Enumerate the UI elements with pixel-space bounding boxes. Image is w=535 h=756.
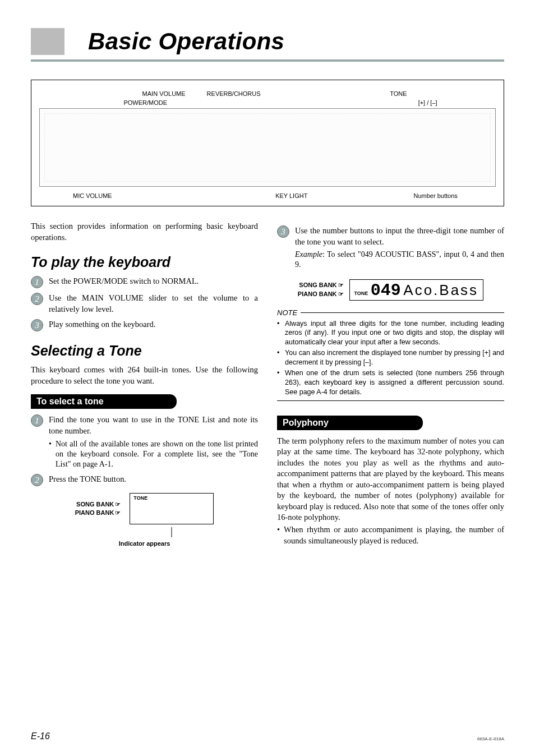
pianobank-text: PIANO BANK — [298, 291, 337, 297]
select-step-3: 3 Use the number buttons to input the th… — [277, 225, 504, 270]
heading-play-keyboard: To play the keyboard — [31, 254, 258, 270]
note-item-2: You can also increment the displayed ton… — [285, 348, 504, 367]
note-item-3: When one of the drum sets is selected (t… — [285, 368, 504, 397]
step-number-icon: 2 — [31, 474, 43, 486]
hand-icon — [337, 291, 344, 297]
select-step-3-text: Use the number buttons to input the thre… — [295, 225, 504, 247]
select-step-3-example: Example: To select "049 ACOUSTIC BASS", … — [295, 250, 504, 270]
note-list: •Always input all three digits for the t… — [277, 319, 504, 397]
page-title: Basic Operations — [88, 28, 284, 55]
bullet-icon: • — [277, 319, 285, 348]
subhead-polyphony: Polyphony — [277, 416, 423, 430]
lcd-digits: 049 — [371, 281, 401, 300]
label-plus-minus: [+] / [–] — [418, 99, 496, 106]
label-number-buttons: Number buttons — [413, 192, 496, 199]
songbank-pianobank-label: SONG BANK PIANO BANK — [298, 281, 344, 298]
lcd-text: Aco.Bass — [403, 282, 478, 298]
bullet-icon: • — [277, 524, 284, 546]
select-step-1: 1 Find the tone you want to use in the T… — [31, 414, 258, 469]
subhead-to-select-tone: To select a tone — [31, 394, 177, 409]
example-text: : To select "049 ACOUSTIC BASS", input 0… — [295, 250, 504, 269]
hand-icon — [114, 501, 121, 508]
keyboard-diagram: MAIN VOLUME REVERB/CHORUS TONE POWER/MOD… — [31, 80, 504, 206]
step-number-icon: 1 — [31, 414, 43, 427]
play-step-1: 1 Set the POWER/MODE switch to NORMAL. — [31, 276, 258, 288]
bullet-icon: • — [277, 348, 285, 367]
indicator-caption: Indicator appears — [31, 540, 258, 547]
pianobank-text: PIANO BANK — [75, 509, 114, 516]
keyboard-illustration — [39, 108, 496, 187]
play-step-3: 3 Play something on the keyboard. — [31, 319, 258, 331]
indicator-arrow — [172, 527, 172, 537]
right-column: 3 Use the number buttons to input the th… — [277, 221, 504, 547]
polyphony-paragraph: The term polyphony refers to the maximum… — [277, 436, 504, 524]
note-rule — [301, 312, 504, 313]
note-item-1: Always input all three digits for the to… — [285, 319, 504, 348]
label-mic-volume: MIC VOLUME — [39, 192, 140, 199]
step-number-icon: 2 — [31, 293, 43, 305]
lcd-big-figure: SONG BANK PIANO BANK TONE 049 Aco.Bass — [277, 279, 504, 301]
songbank-text: SONG BANK — [299, 282, 336, 288]
note-heading: NOTE — [277, 308, 504, 317]
select-step-2: 2 Press the TONE button. — [31, 474, 258, 486]
hand-icon — [114, 509, 121, 516]
footer: E-16 663A-E-018A — [31, 731, 504, 741]
header-tab — [31, 28, 64, 55]
select-step-1-text: Find the tone you want to use in the TON… — [49, 414, 258, 436]
intro-paragraph: This section provides information on per… — [31, 221, 258, 243]
note-close-rule — [277, 400, 504, 401]
label-main-volume: MAIN VOLUME — [39, 90, 190, 97]
heading-selecting-tone: Selecting a Tone — [31, 343, 258, 359]
play-step-2-text: Use the MAIN VOLUME slider to set the vo… — [49, 293, 258, 315]
songbank-pianobank-label: SONG BANK PIANO BANK — [75, 500, 121, 518]
lcd-large: TONE 049 Aco.Bass — [349, 279, 484, 301]
select-step-2-text: Press the TONE button. — [49, 474, 126, 486]
polyphony-bullet: When rhythm or auto accompaniment is pla… — [284, 524, 504, 546]
label-power-mode: POWER/MODE — [39, 99, 172, 106]
step-number-icon: 3 — [277, 225, 289, 238]
step-number-icon: 1 — [31, 276, 43, 288]
play-step-1-text: Set the POWER/MODE switch to NORMAL. — [49, 276, 199, 288]
note-label: NOTE — [277, 308, 297, 317]
tone-display-figure: SONG BANK PIANO BANK TONE — [31, 493, 258, 524]
select-step-1-sub: Not all of the available tones are shown… — [56, 439, 258, 470]
step-number-icon: 3 — [31, 319, 43, 331]
selecting-intro: This keyboard comes with 264 built-in to… — [31, 365, 258, 386]
label-reverb-chorus: REVERB/CHORUS — [190, 90, 290, 97]
play-step-3-text: Play something on the keyboard. — [49, 319, 155, 331]
lcd-small: TONE — [130, 493, 214, 524]
header: Basic Operations — [31, 28, 504, 55]
left-column: This section provides information on per… — [31, 221, 258, 547]
play-step-2: 2 Use the MAIN VOLUME slider to set the … — [31, 293, 258, 315]
page-number: E-16 — [31, 731, 50, 741]
lcd-tone-label: TONE — [133, 495, 147, 501]
hand-icon — [337, 282, 344, 288]
doc-code: 663A-E-018A — [477, 736, 504, 741]
bullet-icon: • — [277, 368, 285, 397]
label-key-light: KEY LIGHT — [140, 192, 313, 199]
lcd-tone-label: TONE — [354, 291, 368, 296]
label-tone: TONE — [290, 90, 418, 97]
songbank-text: SONG BANK — [76, 501, 114, 508]
bullet-icon: • — [49, 439, 56, 470]
title-underline — [31, 59, 504, 62]
example-label: Example — [295, 250, 322, 259]
